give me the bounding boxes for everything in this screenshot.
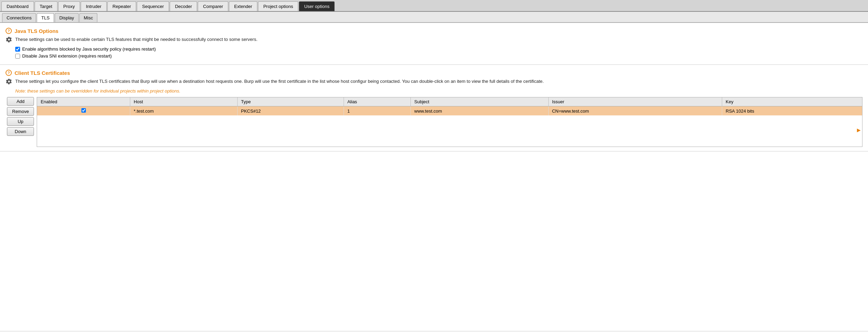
tab-sequencer[interactable]: Sequencer [137, 1, 169, 11]
scroll-right-arrow[interactable]: ▶ [857, 127, 861, 133]
client-tls-settings-icon [6, 78, 12, 85]
client-tls-description: These settings let you configure the cli… [15, 78, 544, 85]
tab-target[interactable]: Target [35, 1, 57, 11]
client-tls-title: Client TLS Certificates [15, 70, 70, 76]
java-tls-description-row: These settings can be used to enable cer… [6, 36, 862, 43]
row-issuer: CN=www.test.com [548, 106, 722, 116]
remove-button[interactable]: Remove [7, 107, 34, 116]
client-tls-description-row: These settings let you configure the cli… [6, 78, 862, 85]
table-row[interactable]: *.test.com PKCS#12 1 www.test.com CN=www… [37, 106, 862, 116]
enable-algorithms-label: Enable algorithms blocked by Java securi… [22, 46, 156, 52]
subtab-display[interactable]: Display [55, 13, 79, 22]
up-button[interactable]: Up [7, 117, 34, 126]
cert-table-area: Add Remove Up Down Enabled Host Type Ali… [7, 97, 862, 147]
cert-table-buttons: Add Remove Up Down [7, 97, 37, 147]
client-tls-section: ? Client TLS Certificates These settings… [0, 65, 868, 151]
subtab-misc[interactable]: Misc [79, 13, 98, 22]
row-alias: 1 [344, 106, 410, 116]
table-row-empty-3 [37, 136, 862, 147]
cert-table: Enabled Host Type Alias Subject Issuer K… [37, 97, 862, 147]
col-subject: Subject [411, 97, 549, 106]
cert-table-wrapper: Enabled Host Type Alias Subject Issuer K… [37, 97, 862, 147]
row-host: *.test.com [130, 106, 238, 116]
sub-nav: Connections TLS Display Misc [0, 12, 868, 23]
col-host: Host [130, 97, 238, 106]
main-content: ? Java TLS Options These settings can be… [0, 23, 868, 331]
java-tls-settings-icon [6, 36, 12, 43]
disable-sni-checkbox[interactable] [15, 54, 20, 59]
tab-intruder[interactable]: Intruder [81, 1, 107, 11]
java-tls-header: ? Java TLS Options [6, 28, 862, 34]
tab-repeater[interactable]: Repeater [107, 1, 136, 11]
java-tls-help-icon[interactable]: ? [6, 28, 12, 34]
add-button[interactable]: Add [7, 97, 34, 106]
enable-algorithms-checkbox[interactable] [15, 47, 20, 52]
table-row-empty-1 [37, 115, 862, 126]
table-row-empty-2 [37, 126, 862, 136]
disable-sni-row: Disable Java SNI extension (requires res… [15, 53, 862, 59]
col-issuer: Issuer [548, 97, 722, 106]
down-button[interactable]: Down [7, 127, 34, 136]
subtab-connections[interactable]: Connections [2, 13, 36, 22]
client-tls-help-icon[interactable]: ? [6, 70, 12, 76]
row-enabled-checkbox[interactable] [81, 108, 86, 113]
col-alias: Alias [344, 97, 410, 106]
tab-comparer[interactable]: Comparer [198, 1, 228, 11]
tab-decoder[interactable]: Decoder [170, 1, 197, 11]
java-tls-description: These settings can be used to enable cer… [15, 36, 257, 43]
java-tls-section: ? Java TLS Options These settings can be… [0, 23, 868, 65]
row-type: PKCS#12 [237, 106, 344, 116]
client-tls-note: Note: these settings can be overridden f… [15, 88, 862, 94]
tab-extender[interactable]: Extender [229, 1, 257, 11]
tab-project-options[interactable]: Project options [258, 1, 298, 11]
disable-sni-label: Disable Java SNI extension (requires res… [22, 53, 112, 59]
col-enabled: Enabled [37, 97, 130, 106]
tab-dashboard[interactable]: Dashboard [1, 1, 34, 11]
enable-algorithms-row: Enable algorithms blocked by Java securi… [15, 46, 862, 52]
top-nav: Dashboard Target Proxy Intruder Repeater… [0, 0, 868, 12]
row-key: RSA 1024 bits [722, 106, 862, 116]
java-tls-title: Java TLS Options [15, 28, 59, 34]
row-subject: www.test.com [411, 106, 549, 116]
client-tls-header: ? Client TLS Certificates [6, 70, 862, 76]
tab-proxy[interactable]: Proxy [58, 1, 80, 11]
col-type: Type [237, 97, 344, 106]
col-key: Key [722, 97, 862, 106]
subtab-tls[interactable]: TLS [37, 13, 54, 22]
cert-table-header-row: Enabled Host Type Alias Subject Issuer K… [37, 97, 862, 106]
row-enabled [37, 106, 130, 116]
tab-user-options[interactable]: User options [299, 1, 335, 11]
